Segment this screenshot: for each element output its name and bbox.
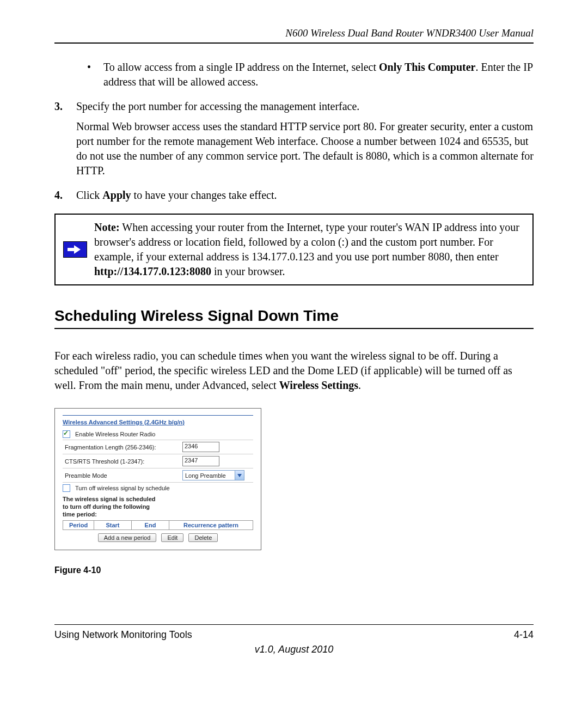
bullet-marker: •	[87, 60, 103, 89]
select-preamble[interactable]: Long Preamble	[182, 470, 244, 480]
figure-caption: Figure 4-10	[54, 565, 534, 575]
select-preamble-value: Long Preamble	[183, 472, 235, 479]
bullet-pre: To allow access from a single IP address…	[103, 61, 379, 73]
schedule-table: Period Start End Recurrence pattern	[63, 520, 253, 530]
step-4-num: 4.	[54, 188, 76, 203]
label-frag: Fragmentation Length (256-2346):	[63, 444, 182, 451]
note-body-a: When accessing your router from the Inte…	[94, 221, 519, 263]
label-turnoff: Turn off wireless signal by schedule	[73, 485, 253, 491]
step-4-text: Click Apply to have your changes take ef…	[76, 188, 534, 203]
schedule-msg: The wireless signal is scheduled to turn…	[63, 494, 253, 519]
note-icon-cell	[56, 215, 92, 284]
settings-screenshot: Wireless Advanced Settings (2.4GHz b/g/n…	[54, 408, 261, 550]
intro-para: For each wireless radio, you can schedul…	[54, 349, 534, 393]
step-4-post: to have your changes take effect.	[131, 189, 277, 201]
note-text: Note: When accessing your router from th…	[92, 215, 532, 284]
schedule-msg-l3: time period:	[63, 511, 253, 519]
row-frag: Fragmentation Length (256-2346): 2346	[63, 440, 253, 454]
label-cts: CTS/RTS Threshold (1-2347):	[63, 458, 182, 465]
schedule-msg-l2: to turn off during the following	[63, 503, 253, 511]
th-recurrence: Recurrence pattern	[169, 521, 253, 530]
label-preamble: Preamble Mode	[63, 472, 182, 479]
page-header: N600 Wireless Dual Band Router WNDR3400 …	[54, 27, 534, 44]
add-period-button[interactable]: Add a new period	[98, 533, 157, 542]
th-end: End	[132, 521, 169, 530]
intro-post: .	[358, 379, 361, 391]
svg-marker-0	[237, 474, 242, 477]
edit-button[interactable]: Edit	[161, 533, 183, 542]
footer-version: v1.0, August 2010	[54, 644, 534, 655]
delete-button[interactable]: Delete	[188, 533, 218, 542]
row-cts: CTS/RTS Threshold (1-2347): 2347	[63, 454, 253, 468]
row-enable-radio: Enable Wireless Router Radio	[63, 429, 253, 440]
footer-page-num: 4-14	[514, 629, 534, 641]
label-enable-radio: Enable Wireless Router Radio	[73, 431, 253, 437]
note-label: Note:	[94, 221, 120, 233]
bullet-bold: Only This Computer	[379, 61, 475, 73]
checkbox-turnoff[interactable]	[63, 484, 70, 492]
bullet-text: To allow access from a single IP address…	[103, 60, 534, 89]
input-frag[interactable]: 2346	[182, 442, 219, 452]
panel-title: Wireless Advanced Settings (2.4GHz b/g/n…	[63, 419, 253, 425]
button-row: Add a new period Edit Delete	[63, 533, 253, 542]
bullet-item: • To allow access from a single IP addre…	[87, 60, 534, 89]
step-3-lead: Specify the port number for accessing th…	[76, 99, 534, 114]
step-4-pre: Click	[76, 189, 102, 201]
th-period: Period	[63, 521, 94, 530]
step-3-para: Normal Web browser access uses the stand…	[76, 119, 534, 178]
th-start: Start	[94, 521, 132, 530]
row-preamble: Preamble Mode Long Preamble	[63, 468, 253, 483]
page-footer: Using Network Monitoring Tools 4-14 v1.0…	[54, 624, 534, 655]
section-heading: Scheduling Wireless Signal Down Time	[54, 307, 534, 329]
note-body-b: in your browser.	[211, 265, 285, 277]
row-turnoff: Turn off wireless signal by schedule	[63, 483, 253, 494]
step-3-num: 3.	[54, 99, 76, 114]
step-4: 4. Click Apply to have your changes take…	[54, 188, 534, 203]
intro-bold: Wireless Settings	[279, 379, 358, 391]
step-3: 3. Specify the port number for accessing…	[54, 99, 534, 114]
checkbox-enable-radio[interactable]	[63, 430, 70, 438]
footer-left: Using Network Monitoring Tools	[54, 629, 192, 641]
chevron-down-icon[interactable]	[235, 471, 244, 480]
input-cts[interactable]: 2347	[182, 456, 219, 466]
note-url: http://134.177.0.123:8080	[94, 265, 211, 277]
schedule-msg-l1: The wireless signal is scheduled	[63, 496, 253, 503]
note-box: Note: When accessing your router from th…	[54, 214, 534, 285]
arrow-right-icon	[63, 241, 87, 258]
step-4-bold: Apply	[102, 189, 131, 201]
